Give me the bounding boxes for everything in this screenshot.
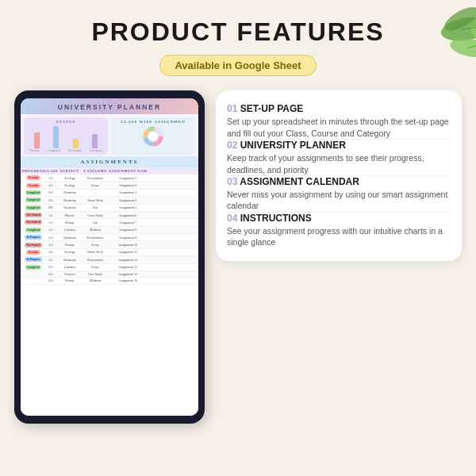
status-pill: In Progress [25,235,41,240]
td-subject: Calculus [57,265,83,269]
table-row: Overdue AA Zoology Essay Assignment 2 [21,182,198,189]
td-name: Assignment 1 [108,176,148,180]
td-progress: Completed [22,198,44,202]
td-category: Test [83,205,108,209]
td-name: Assignment 13 [108,265,148,269]
table-body: Overdue AA Zoology Presentation Assignme… [21,175,198,285]
td-name: Assignment 6 [108,213,148,217]
td-progress: Overdue [22,183,44,188]
td-subject: Physics [57,213,83,217]
td-name: Assignment 15 [108,272,148,276]
td-category: Presentation [83,258,108,262]
td-progress: + [22,272,44,276]
td-name: Assignment 7 [108,221,148,225]
table-row: + GG Botany Midterm Assignment 16 [21,278,198,284]
td-name: Assignment 11 [108,250,148,254]
td-name: Assignment 2 [108,183,148,187]
feature-number-2: 02 [227,140,240,151]
table-row: Completed AA Calculus Midterm Assignment… [21,227,198,234]
td-progress: Completed [22,265,44,270]
table-row: Completed GG Chemistry ... Assignment 3 [21,190,198,197]
bar-2 [53,126,59,148]
svg-point-11 [148,132,157,140]
td-subject: Zoology [57,176,83,180]
status-pill: Completed [25,265,41,270]
td-name: Assignment 9 [108,236,148,240]
status-pill: Completed [25,198,41,202]
td-class: AA [44,213,57,217]
status-section: STATUS Overdue Completed Not Started In … [21,114,198,156]
td-class: DD [44,205,57,209]
features-panel: 01 SET-UP PAGE Set up your spreadsheet i… [216,90,462,261]
status-pill: Not Started [25,213,41,217]
td-category: Case Study [83,272,108,276]
td-name: Assignment 12 [108,258,148,262]
td-category: Presentation [83,176,108,180]
table-row: + GG Genetics Case Study Assignment 15 [21,271,198,278]
td-class: AA [44,176,57,180]
table-row: Completed GG Calculus Essay Assignment 1… [21,264,198,271]
td-class: AA [44,250,57,254]
main-content: UNIVERSITY PLANNER STATUS Overdue Comple… [0,90,476,424]
feature-desc-1: Set up your spreadsheet in minutes throu… [227,116,451,139]
td-subject: Genetics [57,272,83,276]
td-progress: Completed [22,228,44,232]
td-class: AA [44,228,57,232]
bar-label-1: Overdue [29,149,39,152]
page-title: PRODUCT FEATURES [0,0,476,47]
td-subject: Zoology [57,183,83,187]
donut-box: CLASS WISE ASSIGNMEN [111,117,195,155]
class-wise-label: CLASS WISE ASSIGNMEN [121,120,186,124]
th-class: CLASS [44,169,57,173]
planner-title: UNIVERSITY PLANNER [21,103,198,111]
tablet-mockup: UNIVERSITY PLANNER STATUS Overdue Comple… [14,90,205,424]
status-pill: Not Started [25,220,41,225]
table-row: Not Started AA Botany Lab Assignment 7 [21,219,198,226]
td-name: Assignment 16 [108,278,148,282]
td-class: AA [44,258,57,262]
td-category: Midterm [83,228,108,232]
status-pill: Overdue [26,183,40,188]
status-label: STATUS [25,120,106,124]
feature-desc-2: Keep track of your assignments to see th… [227,152,451,175]
td-category: Presentation [83,236,108,240]
td-class: GG [44,278,57,282]
td-progress: Completed [22,190,44,195]
table-row: Overdue AA Zoology Presentation Assignme… [21,175,198,182]
th-name: ASSIGNMENT NAM [108,169,148,173]
td-progress: Not Started [22,220,44,225]
status-box: STATUS Overdue Completed Not Started In … [24,117,108,155]
feature-title-4: 04 INSTRUCTIONS [227,213,451,224]
td-name: Assignment 10 [108,243,148,247]
bar-label-3: Not Started [68,149,81,152]
td-category: Essay [83,243,108,247]
td-class: AA [44,243,57,247]
feature-item-1: 01 SET-UP PAGE Set up your spreadsheet i… [227,103,451,139]
table-header-row: PROGRESS CLASS SUBJECT CATEGORY ASSIGNME… [21,167,198,175]
td-subject: Chemistry [57,236,83,240]
td-category: ... [83,190,108,194]
td-progress: Not Started [22,243,44,248]
planner-header: UNIVERSITY PLANNER [21,98,198,114]
td-subject: Botany [57,221,83,225]
feature-desc-4: See your assignment progress with our in… [227,225,451,248]
td-subject: Chemistry [57,205,83,209]
td-category: Home Work [83,250,108,254]
td-name: Assignment 3 [108,190,148,194]
status-pill: Not Started [25,243,41,248]
donut-chart [142,125,164,148]
status-pill: Completed [25,205,41,210]
td-name: Assignment 5 [108,205,148,209]
status-pill: In Progress [25,257,41,262]
td-category: Essay [83,265,108,269]
td-class: AA [44,221,57,225]
feature-title-3: 03 ASSIGNMENT CALENDAR [227,176,451,187]
table-row: Completed DD Chemistry Test Assignment 5 [21,205,198,212]
td-category: Home Work [83,198,108,202]
feature-desc-3: Never miss your assignment by using our … [227,189,451,212]
td-subject: Calculus [57,228,83,232]
assignments-header: ASSIGNMENTS [21,156,198,167]
td-class: GG [44,265,57,269]
status-pill: Overdue [26,175,40,180]
td-progress: Overdue [22,250,44,255]
